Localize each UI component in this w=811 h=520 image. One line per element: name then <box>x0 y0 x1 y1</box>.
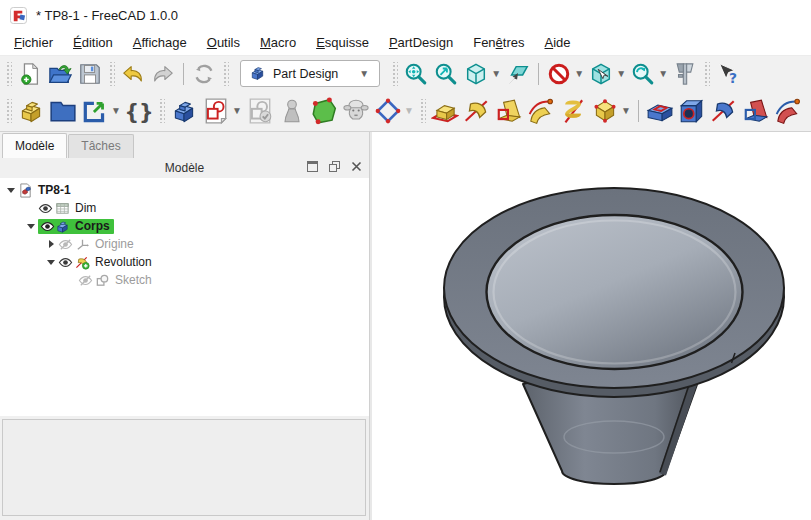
edit-sketch-icon <box>246 97 274 125</box>
menu-outils[interactable]: Outils <box>197 32 250 53</box>
collapse-arrow-icon[interactable] <box>44 240 58 248</box>
toolbar-drag-handle[interactable] <box>5 99 12 123</box>
float-icon <box>329 161 340 172</box>
revolution-icon <box>463 97 491 125</box>
chevron-down-icon[interactable]: ▼ <box>574 69 586 79</box>
additive-loft-button[interactable] <box>493 94 525 128</box>
menu-aide[interactable]: Aide <box>535 32 581 53</box>
draw-style-button[interactable] <box>544 59 574 89</box>
toolbar-drag-handle[interactable] <box>222 62 229 86</box>
menu-esquisse[interactable]: Esquisse <box>306 32 379 53</box>
create-variable-set-button[interactable]: {} <box>123 94 155 128</box>
make-link-button[interactable] <box>79 94 111 128</box>
panel-close-button[interactable] <box>350 160 363 173</box>
document-icon <box>18 183 35 198</box>
axonometric-view-button[interactable] <box>461 59 491 89</box>
fit-all-button[interactable] <box>401 59 431 89</box>
hole-icon <box>678 97 706 125</box>
subtractive-loft-button[interactable] <box>740 94 772 128</box>
tree-row-sketch[interactable]: Sketch <box>0 271 369 289</box>
combo-view-panel: Modèle Tâches Modèle <box>0 132 369 520</box>
save-button[interactable] <box>75 59 105 89</box>
additive-primitive-button[interactable] <box>589 94 621 128</box>
toolbar-drag-handle[interactable] <box>419 99 426 123</box>
zoom-tools-button[interactable] <box>628 59 658 89</box>
panel-title: Modèle <box>165 161 204 175</box>
create-body-icon <box>170 97 198 125</box>
toolbar-file-view: Part Design ▼ <box>0 56 811 91</box>
additive-pipe-button[interactable] <box>525 94 557 128</box>
tree-row-origine[interactable]: Origine <box>0 235 369 253</box>
menu-affichage[interactable]: Affichage <box>123 32 197 53</box>
tab-modele[interactable]: Modèle <box>2 133 67 158</box>
new-document-button[interactable] <box>15 59 45 89</box>
toolbar-drag-handle[interactable] <box>5 62 12 86</box>
expand-arrow-icon[interactable] <box>4 188 18 193</box>
expand-arrow-icon[interactable] <box>44 260 58 265</box>
main-area: Modèle Tâches Modèle <box>0 132 811 520</box>
merge-sketches-button[interactable] <box>340 94 372 128</box>
property-panel[interactable] <box>2 419 366 516</box>
refresh-button[interactable] <box>189 59 219 89</box>
edit-sketch-button[interactable] <box>244 94 276 128</box>
chevron-down-icon[interactable]: ▼ <box>616 69 628 79</box>
whats-this-button[interactable]: ? <box>713 59 743 89</box>
create-group-button[interactable] <box>47 94 79 128</box>
measure-button[interactable] <box>670 59 700 89</box>
refresh-icon <box>192 62 216 86</box>
toolbar-drag-handle[interactable] <box>391 62 398 86</box>
panel-collapse-button[interactable] <box>306 160 319 173</box>
menu-edition[interactable]: Édition <box>63 32 123 53</box>
workbench-selector-value: Part Design <box>273 67 338 81</box>
sketch-icon <box>95 273 112 288</box>
create-datum-button[interactable] <box>372 94 404 128</box>
menu-fichier[interactable]: Fichier <box>4 32 63 53</box>
tree-row-dim[interactable]: Dim <box>0 199 369 217</box>
toolbar-area: Part Design ▼ <box>0 56 811 132</box>
groove-button[interactable] <box>708 94 740 128</box>
tab-taches[interactable]: Tâches <box>68 134 133 158</box>
menu-partdesign[interactable]: PartDesign <box>379 32 463 53</box>
fit-selection-button[interactable] <box>431 59 461 89</box>
tree-row-revolution[interactable]: Revolution <box>0 253 369 271</box>
map-sketch-button[interactable] <box>276 94 308 128</box>
visible-eye-icon <box>58 255 75 270</box>
toolbar-drag-handle[interactable] <box>703 62 710 86</box>
tree-row-document[interactable]: TP8-1 <box>0 181 369 199</box>
redo-button[interactable] <box>148 59 178 89</box>
chevron-down-icon[interactable]: ▼ <box>404 106 416 116</box>
3d-viewport[interactable] <box>372 132 811 520</box>
chevron-down-icon[interactable]: ▼ <box>491 69 503 79</box>
menu-macro[interactable]: Macro <box>250 32 306 53</box>
create-part-button[interactable] <box>15 94 47 128</box>
hole-button[interactable] <box>676 94 708 128</box>
tree-row-corps[interactable]: Corps <box>0 217 369 235</box>
open-document-button[interactable] <box>45 59 75 89</box>
undo-button[interactable] <box>118 59 148 89</box>
new-document-icon <box>18 62 42 86</box>
workbench-selector[interactable]: Part Design ▼ <box>240 60 380 87</box>
toolbar-drag-handle[interactable] <box>108 62 115 86</box>
subtractive-pipe-button[interactable] <box>772 94 804 128</box>
chevron-down-icon[interactable]: ▼ <box>621 106 633 116</box>
chevron-down-icon[interactable]: ▼ <box>658 69 670 79</box>
pad-icon <box>431 97 459 125</box>
create-body-button[interactable] <box>168 94 200 128</box>
subtractive-loft-icon <box>742 97 770 125</box>
chevron-down-icon[interactable]: ▼ <box>232 106 244 116</box>
panel-float-button[interactable] <box>328 160 341 173</box>
revolution-button[interactable] <box>461 94 493 128</box>
pocket-button[interactable] <box>644 94 676 128</box>
expand-arrow-icon[interactable] <box>24 224 38 229</box>
create-sketch-button[interactable] <box>200 94 232 128</box>
tree-item-label: Corps <box>72 219 114 233</box>
toolbar-drag-handle[interactable] <box>158 99 165 123</box>
view-cube-button[interactable] <box>586 59 616 89</box>
fit-all-icon <box>404 62 428 86</box>
pad-button[interactable] <box>429 94 461 128</box>
menu-fenetres[interactable]: Fenêtres <box>463 32 534 53</box>
chevron-down-icon[interactable]: ▼ <box>111 106 123 116</box>
validate-sketch-button[interactable] <box>308 94 340 128</box>
align-to-selection-button[interactable] <box>503 59 533 89</box>
additive-helix-button[interactable] <box>557 94 589 128</box>
